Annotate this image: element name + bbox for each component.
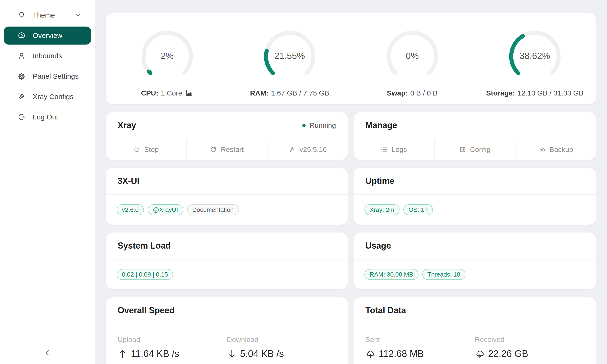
card-title: Overall Speed: [118, 305, 174, 315]
sidebar-item-log-out[interactable]: Log Out: [4, 108, 91, 126]
ram-gauge: 21.55% RAM: 1.67 GB / 7.75 GB: [228, 13, 351, 104]
power-icon: [133, 146, 140, 153]
total-data-card: Total Data Sent 112.68 MB Received: [353, 297, 596, 364]
sidebar-item-xray-configs[interactable]: Xray Configs: [4, 88, 91, 106]
sidebar-item-label: Xray Configs: [33, 93, 74, 101]
xray-status: Running: [302, 121, 336, 130]
overall-speed-card: Overall Speed Upload 11.64 KB /s Downloa…: [106, 297, 348, 364]
wrench-icon: [18, 93, 26, 101]
uptime-card: Uptime Xray: 2m OS: 1h: [353, 168, 596, 225]
wrench-icon: [289, 146, 296, 153]
sidebar-item-label: Theme: [33, 11, 55, 19]
arrow-up-icon: [118, 349, 128, 359]
documentation-tag[interactable]: Documentation: [187, 204, 239, 215]
card-title: Total Data: [365, 305, 406, 315]
swap-label: Swap: 0 B / 0 B: [387, 89, 438, 97]
card-title: Uptime: [365, 176, 394, 186]
usage-card: Usage RAM: 30.08 MB Threads: 18: [353, 232, 596, 290]
reload-icon: [210, 146, 217, 153]
restart-button[interactable]: Restart: [186, 139, 267, 160]
dashboard-icon: [18, 31, 26, 39]
sidebar: Theme Overview Inbounds Panel Settings: [0, 0, 95, 364]
ram-label: RAM: 1.67 GB / 7.75 GB: [250, 89, 329, 97]
xray-card: Xray Running Stop Restart: [106, 112, 348, 160]
swap-gauge: 0% Swap: 0 B / 0 B: [351, 13, 474, 104]
stop-button[interactable]: Stop: [106, 139, 186, 160]
system-gauges-card: 2% CPU: 1 Core 21.55% RAM: 1.67 GB / 7.7…: [106, 13, 596, 104]
cpu-label: CPU: 1 Core: [141, 89, 193, 97]
swap-percent: 0%: [384, 51, 441, 61]
sliders-icon: [459, 146, 466, 153]
telegram-tag[interactable]: @XrayUI: [148, 204, 183, 215]
area-chart-icon[interactable]: [185, 89, 193, 97]
chevron-left-icon: [43, 349, 52, 357]
received-data-stat: Received 22.26 GB: [475, 336, 584, 359]
card-title: 3X-UI: [118, 176, 139, 186]
load-average-tag: 0.02 | 0.09 | 0.15: [117, 269, 173, 280]
arrow-down-icon: [227, 349, 237, 359]
user-icon: [18, 52, 26, 60]
ram-usage-tag: RAM: 30.08 MB: [364, 269, 419, 280]
gear-icon: [18, 72, 26, 80]
threexui-card: 3X-UI v2.6.0 @XrayUI Documentation: [106, 168, 348, 225]
sidebar-item-label: Overview: [33, 31, 62, 39]
storage-gauge: 38.62% Storage: 12.10 GB / 31.33 GB: [474, 13, 596, 104]
logs-button[interactable]: Logs: [354, 139, 434, 160]
upload-speed-stat: Upload 11.64 KB /s: [118, 336, 227, 359]
card-title: Xray: [118, 120, 136, 130]
sidebar-item-theme[interactable]: Theme: [4, 6, 91, 24]
sidebar-item-label: Panel Settings: [33, 72, 79, 80]
sidebar-item-label: Log Out: [33, 113, 58, 121]
logout-icon: [18, 113, 26, 121]
download-speed-stat: Download 5.04 KB /s: [227, 336, 336, 359]
cloud-server-icon: [539, 146, 546, 153]
threads-tag: Threads: 18: [422, 269, 466, 280]
sidebar-item-label: Inbounds: [33, 52, 62, 60]
storage-label: Storage: 12.10 GB / 31.33 GB: [486, 89, 583, 97]
xray-uptime-tag: Xray: 2m: [364, 204, 399, 215]
sidebar-item-inbounds[interactable]: Inbounds: [4, 47, 91, 65]
status-dot: [302, 124, 306, 127]
system-load-card: System Load 0.02 | 0.09 | 0.15: [106, 232, 348, 290]
xray-version-button[interactable]: v25.5.16: [267, 139, 348, 160]
card-title: Manage: [365, 120, 397, 130]
storage-percent: 38.62%: [506, 51, 563, 61]
os-uptime-tag: OS: 1h: [403, 204, 433, 215]
card-title: Usage: [365, 241, 391, 251]
backup-button[interactable]: Backup: [515, 139, 596, 160]
collapse-sidebar-button[interactable]: [0, 346, 95, 359]
cpu-gauge: 2% CPU: 1 Core: [106, 13, 228, 104]
card-title: System Load: [118, 241, 171, 251]
sent-data-stat: Sent 112.68 MB: [365, 336, 475, 359]
chevron-down-icon: [74, 12, 81, 19]
list-icon: [381, 146, 388, 153]
sidebar-item-panel-settings[interactable]: Panel Settings: [4, 67, 91, 85]
ram-percent: 21.55%: [261, 51, 318, 61]
lightbulb-icon: [18, 11, 26, 19]
cloud-download-icon: [475, 349, 485, 359]
sidebar-item-overview[interactable]: Overview: [4, 26, 91, 45]
config-button[interactable]: Config: [434, 139, 515, 160]
manage-card: Manage Logs Confi: [353, 112, 596, 160]
cloud-upload-icon: [365, 349, 375, 359]
version-tag[interactable]: v2.6.0: [117, 204, 144, 215]
main-content: 2% CPU: 1 Core 21.55% RAM: 1.67 GB / 7.7…: [95, 0, 607, 364]
cpu-percent: 2%: [139, 51, 196, 61]
